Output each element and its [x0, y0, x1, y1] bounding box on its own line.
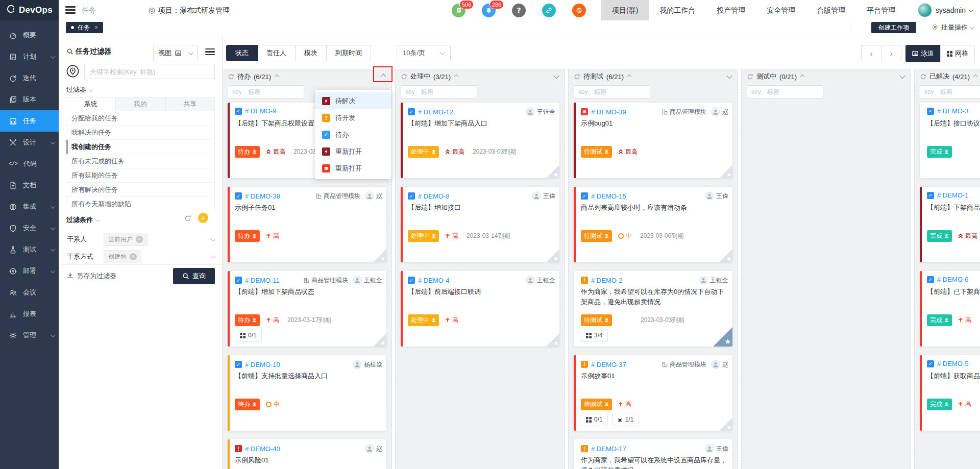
board-filter-tab-2[interactable]: 模块: [295, 45, 327, 61]
card-id-link[interactable]: # DEMO-38: [245, 192, 280, 200]
task-card[interactable]: ✓# DEMO-6【前端】已下架商品完成高: [920, 271, 980, 347]
ban-icon[interactable]: [572, 4, 586, 17]
column-search-input[interactable]: [228, 85, 304, 98]
filter-list-item-6[interactable]: 所有今天新增的缺陷: [66, 197, 214, 211]
view-mode-0[interactable]: 泳道: [905, 45, 941, 62]
chevron-down-icon[interactable]: [211, 254, 216, 259]
subtask-counter[interactable]: 0/1: [581, 413, 608, 426]
subtask-counter[interactable]: 0/1: [235, 329, 262, 342]
bell-icon[interactable]: 286: [482, 4, 496, 17]
add-condition-button[interactable]: +: [198, 213, 208, 223]
sidebar-item-12[interactable]: 会议: [0, 282, 59, 303]
filter-tab-0[interactable]: 系统: [66, 97, 115, 111]
filter-list-item-2[interactable]: 我创建的任务: [66, 140, 214, 154]
user-menu[interactable]: sysadmin: [918, 0, 973, 20]
sidebar-item-6[interactable]: </>代码: [0, 153, 59, 175]
panel-menu-icon[interactable]: [205, 48, 215, 57]
card-id-link[interactable]: # DEMO-4: [418, 277, 449, 284]
sidebar-item-0[interactable]: 概要: [0, 24, 59, 46]
sidebar-item-11[interactable]: 部署: [0, 260, 59, 282]
sidebar-item-14[interactable]: 管理: [0, 325, 59, 346]
filter-tab-2[interactable]: 共享: [165, 97, 215, 111]
remove-tag-icon[interactable]: ×: [136, 236, 143, 243]
sidebar-item-8[interactable]: 集成: [0, 196, 59, 217]
task-card[interactable]: ✓# DEMO-1【前端】下架商品检测完成最高: [920, 187, 980, 262]
task-card[interactable]: ✓# DEMO-15王偉商品列表高度较小时，应该有滑动条待测试中2023-03-…: [574, 187, 732, 262]
filter-list-item-5[interactable]: 所有解决的任务: [66, 183, 214, 197]
nav-tab-5[interactable]: 平台管理: [856, 0, 906, 20]
sidebar-item-5[interactable]: 设计: [0, 132, 59, 153]
task-card[interactable]: ✓# DEMO-8王偉【后端】增加接口处理中高2023-03-14到期★: [401, 187, 559, 262]
task-card[interactable]: # DEMO-39商品管理模块赵示例bug01待测试最高★: [574, 103, 732, 178]
column-menu-caret[interactable]: [899, 73, 905, 79]
card-id-link[interactable]: # DEMO-15: [591, 192, 626, 200]
batch-actions-button[interactable]: 批量操作: [932, 22, 974, 33]
bug-counter[interactable]: 1/1: [612, 413, 639, 426]
column-menu-caret[interactable]: [726, 73, 732, 79]
condition-tag[interactable]: 当前用户 ×: [104, 233, 148, 246]
column-search-input[interactable]: [747, 85, 823, 98]
next-page-button[interactable]: ›: [881, 45, 901, 61]
task-card[interactable]: !# DEMO-17王偉作为商家，我希望可以在系统中设置商品库存量，避免出现超卖…: [574, 439, 732, 469]
filter-list-item-3[interactable]: 所有未完成的任务: [66, 154, 214, 168]
create-workitem-button[interactable]: 创建工作项: [871, 22, 916, 33]
card-id-link[interactable]: # DEMO-8: [418, 192, 449, 200]
card-id-link[interactable]: # DEMO-37: [591, 361, 626, 368]
dropdown-item-3[interactable]: 重新打开: [315, 143, 391, 160]
card-id-link[interactable]: # DEMO-11: [245, 277, 280, 284]
dropdown-item-4[interactable]: 重新打开: [315, 160, 391, 177]
project-label[interactable]: ◎ 项目：瀑布式研发管理: [149, 0, 230, 20]
sidebar-item-13[interactable]: 报表: [0, 303, 59, 325]
dropdown-item-1[interactable]: !待开发: [315, 109, 391, 126]
sidebar-item-10[interactable]: 测试: [0, 239, 59, 260]
chevron-down-icon[interactable]: [211, 236, 216, 241]
board-filter-tab-3[interactable]: 到期时间: [326, 45, 371, 61]
card-id-link[interactable]: # DEMO-12: [418, 108, 453, 116]
view-switch-button[interactable]: 视图: [153, 45, 198, 61]
task-card[interactable]: ✓# DEMO-10杨桂焱【前端】支持批量选择商品入口待办中: [228, 355, 386, 431]
column-menu-caret[interactable]: [553, 73, 559, 79]
card-id-link[interactable]: # DEMO-9: [245, 107, 276, 115]
sidebar-item-4[interactable]: 任务: [0, 110, 59, 132]
nav-tab-2[interactable]: 投产管理: [706, 0, 756, 20]
link-icon[interactable]: [542, 4, 556, 17]
document-icon[interactable]: 506: [452, 4, 465, 17]
conditions-section-header[interactable]: 过滤条件: [66, 215, 100, 225]
nav-tab-3[interactable]: 安全管理: [756, 0, 806, 20]
task-card[interactable]: !# DEMO-37商品管理模块赵示例故事01待测试高0/11/1★: [574, 355, 732, 431]
keyword-search-input[interactable]: [84, 64, 215, 79]
task-card[interactable]: ✓# DEMO-11商品管理模块王钰全【前端】增加下架商品状态待办高2023-0…: [228, 271, 386, 347]
filter-list-item-0[interactable]: 分配给我的任务: [66, 111, 214, 126]
column-search-input[interactable]: [401, 85, 477, 98]
card-id-link[interactable]: # DEMO-6: [937, 276, 968, 283]
view-mode-1[interactable]: 网格: [940, 45, 975, 62]
subtask-counter[interactable]: 3/4: [581, 329, 608, 342]
card-id-link[interactable]: # DEMO-1: [937, 191, 968, 199]
sidebar-item-2[interactable]: 迭代: [0, 67, 59, 89]
board-filter-tab-1[interactable]: 责任人: [257, 45, 296, 61]
card-id-link[interactable]: # DEMO-3: [937, 107, 968, 115]
card-id-link[interactable]: # DEMO-5: [937, 360, 968, 367]
column-search-input[interactable]: [574, 85, 650, 98]
column-menu-caret[interactable]: [380, 73, 386, 79]
save-as-filter-button[interactable]: 另存为过滤器: [67, 271, 116, 281]
sidebar-item-3[interactable]: 版本: [0, 89, 59, 110]
task-card[interactable]: !# DEMO-40赵示例风险01: [228, 439, 386, 469]
query-button[interactable]: 查询: [173, 268, 215, 284]
card-id-link[interactable]: # DEMO-40: [245, 445, 280, 453]
filters-section-header[interactable]: 过滤器: [66, 85, 93, 94]
sidebar-item-7[interactable]: 文档: [0, 175, 59, 196]
condition-tag[interactable]: 创建的 ×: [104, 250, 141, 263]
board-filter-tab-0[interactable]: 状态: [226, 45, 258, 61]
nav-tab-1[interactable]: 我的工作台: [649, 0, 706, 20]
dropdown-item-0[interactable]: 待解决: [315, 92, 391, 109]
prev-page-button[interactable]: ‹: [861, 45, 881, 61]
task-card[interactable]: ✓# DEMO-4王钰全【后端】前后端接口联调处理中高★: [401, 271, 559, 347]
card-id-link[interactable]: # DEMO-10: [245, 361, 280, 368]
task-card[interactable]: ✓# DEMO-12王钰全【前端】增加下架商品入口处理中最高2023-03-03…: [401, 103, 559, 178]
card-id-link[interactable]: # DEMO-2: [591, 277, 622, 284]
nav-tab-0[interactable]: 项目(群): [601, 0, 649, 20]
help-icon[interactable]: ?: [512, 4, 526, 17]
filter-list-item-4[interactable]: 所有延期的任务: [66, 168, 214, 183]
card-id-link[interactable]: # DEMO-39: [591, 108, 626, 116]
